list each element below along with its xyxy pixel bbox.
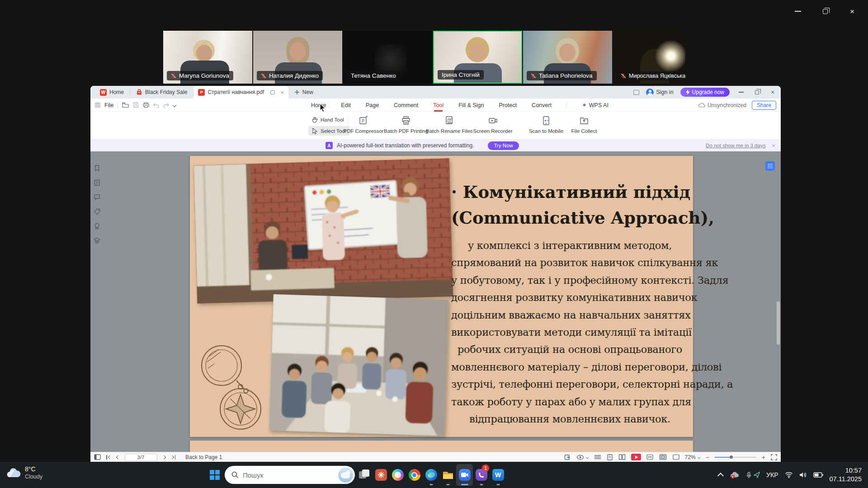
zoom-app-button-active[interactable] [456,464,473,486]
menu-comment[interactable]: Comment [394,102,418,108]
menu-edit[interactable]: Edit [341,102,351,108]
menu-wps-ai[interactable]: ✦ WPS AI [582,102,609,108]
scan-to-mobile-button[interactable]: Scan to Mobile [525,114,567,134]
redo-icon[interactable] [163,103,169,108]
edge-button[interactable] [423,464,439,486]
menu-protect[interactable]: Protect [499,102,517,108]
zoom-in-button[interactable]: + [762,454,765,460]
file-collect-button[interactable]: File Collect [567,114,601,134]
fullscreen-icon[interactable] [771,454,777,460]
video-tile-participant-3[interactable]: Тетяна Савенко [343,31,432,84]
word-app-icon: W [492,469,504,481]
task-view-button[interactable] [356,464,373,486]
weather-temperature: 8°C [25,465,42,473]
fit-page-button-selected[interactable] [659,453,667,461]
chrome-button[interactable] [406,464,423,486]
wps-close-button[interactable]: × [768,88,777,97]
page-number-input[interactable]: 3/7 [125,454,157,461]
fit-width-icon[interactable] [646,454,653,460]
taskbar-search[interactable] [225,466,355,484]
tab-home[interactable]: W Home [94,86,130,99]
wifi-icon[interactable] [785,472,793,478]
bookmark-icon[interactable] [94,165,100,172]
word-app-button[interactable]: W [490,464,506,486]
chevron-down-icon[interactable] [173,103,176,107]
menu-tool-active[interactable]: Tool [433,102,443,108]
menu-fill-sign[interactable]: Fill & Sign [458,102,484,108]
upgrade-now-button[interactable]: Upgrade now [680,88,730,97]
tab-black-friday-sale[interactable]: Black Friday Sale [130,86,193,99]
seal-icon[interactable] [94,223,100,230]
menu-convert[interactable]: Convert [532,102,552,108]
tag-icon[interactable] [94,208,100,215]
thumbnail-panel-icon[interactable] [94,179,100,186]
screen-recorder-button[interactable]: Screen Recorder [472,114,514,134]
last-page-button[interactable] [171,455,176,460]
share-button[interactable]: Share [752,101,776,110]
play-slideshow-button[interactable] [631,454,641,460]
continuous-layout-icon[interactable] [607,454,613,460]
tab-window-mode-icon[interactable] [270,90,275,94]
starburst-app-button[interactable] [373,464,389,486]
mic-location-indicators[interactable] [746,472,760,479]
zoom-restore-button[interactable] [817,5,833,18]
dismiss-link[interactable]: Do not show me in 3 days [706,143,765,148]
layers-icon[interactable] [94,237,100,244]
tab-new[interactable]: New [288,86,319,99]
side-panel-toggle-icon[interactable] [94,454,101,460]
tray-overflow-chevron-icon[interactable] [717,473,724,479]
copilot-button[interactable] [389,464,406,486]
single-page-layout-icon[interactable] [594,454,601,460]
video-tile-participant-4-active-speaker[interactable]: Ірина Стогній [433,31,522,84]
video-tile-participant-6[interactable]: Мирослава Яцківська [613,31,685,84]
search-bing-image[interactable] [338,468,353,483]
read-mode-button[interactable] [576,455,589,460]
taskbar-clock[interactable]: 10:57 07.11.2025 [830,466,862,483]
menu-page[interactable]: Page [366,102,379,108]
sign-in-button[interactable]: Sign in [646,89,673,96]
wps-minimize-button[interactable] [736,88,745,97]
try-now-button[interactable]: Try Now [488,141,519,150]
video-tile-participant-5[interactable]: Tatiana Pohorielova [523,31,612,84]
edit-mode-icon[interactable] [564,454,571,460]
onedrive-error-icon[interactable] [730,471,740,479]
start-button[interactable] [206,466,224,484]
file-menu[interactable]: File [104,102,113,108]
open-folder-icon[interactable] [122,102,129,108]
batch-pdf-printing-button[interactable]: Batch PDF Printing [385,114,427,134]
zoom-slider[interactable] [715,455,756,460]
comment-panel-icon[interactable] [94,194,100,201]
pdf-compressor-button[interactable]: PDF Compressor [342,114,385,134]
weather-widget[interactable]: 8°C Cloudy [6,465,42,480]
workspace-icon[interactable] [633,90,639,95]
file-explorer-button[interactable] [439,464,456,486]
zoom-level-dropdown[interactable]: 72% [685,454,700,460]
sync-status[interactable]: Unsynchronized [698,102,746,108]
two-page-layout-icon[interactable] [618,454,626,460]
previous-page-button[interactable] [117,456,119,459]
zoom-minimize-button[interactable] [790,5,806,18]
video-tile-participant-2[interactable]: Наталия Диденко [253,31,342,84]
keyboard-language-indicator[interactable]: УКР [766,471,778,479]
wps-restore-button[interactable] [752,88,761,97]
batch-rename-files-button[interactable]: Batch Rename Files [427,114,472,134]
tab-close-icon[interactable]: × [280,89,284,96]
zoom-out-button[interactable]: − [706,454,709,460]
tab-document-active[interactable]: P Стратегії навчання.pdf × [193,86,288,99]
undo-icon[interactable] [153,103,159,108]
search-input[interactable] [243,471,334,479]
next-page-button[interactable] [163,456,165,459]
viber-button[interactable]: 1 [473,464,490,486]
floating-tools-button[interactable] [765,161,775,171]
save-icon[interactable] [133,102,139,108]
vertical-scrollbar-thumb[interactable] [777,301,780,345]
actual-size-icon[interactable] [673,454,679,460]
first-page-button[interactable] [106,455,111,460]
print-icon[interactable] [143,102,149,108]
battery-icon[interactable] [813,472,823,478]
video-tile-participant-1[interactable]: Maryna Goriunova [163,31,252,84]
volume-icon[interactable] [799,472,807,478]
back-to-page-button[interactable]: Back to Page 1 [185,454,222,460]
banner-close-icon[interactable]: × [772,142,775,149]
zoom-close-button[interactable]: × [844,5,860,18]
